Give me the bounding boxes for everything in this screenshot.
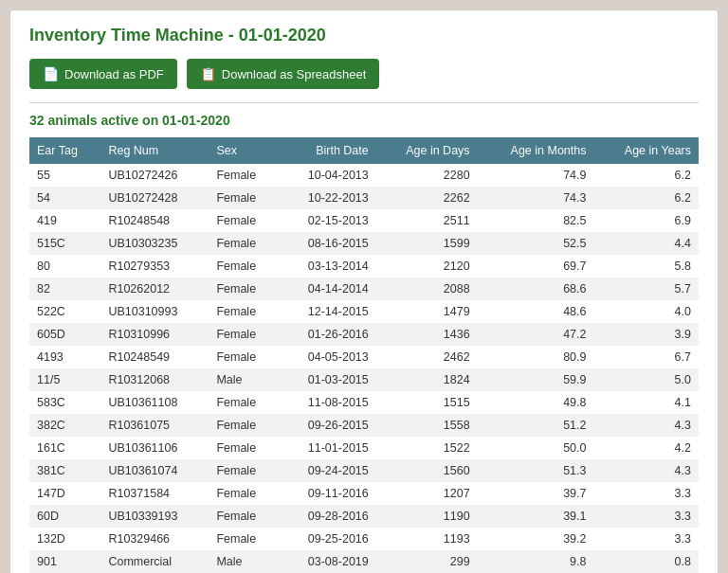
inventory-table: Ear Tag Reg Num Sex Birth Date Age in Da… [29, 137, 699, 573]
table-cell: 2088 [376, 278, 478, 300]
table-cell: 5.0 [594, 368, 700, 391]
table-cell: 1824 [376, 368, 478, 391]
pdf-button-label: Download as PDF [64, 67, 164, 81]
table-cell: 1479 [376, 300, 478, 323]
table-cell: 03-13-2014 [279, 255, 375, 278]
table-cell: 1522 [376, 437, 478, 459]
col-reg-num: Reg Num [100, 137, 209, 164]
table-cell: 50.0 [478, 437, 594, 459]
table-cell: 0.8 [594, 550, 700, 573]
table-cell: UB10361106 [100, 437, 209, 459]
table-cell: 80.9 [478, 346, 594, 368]
table-cell: 6.2 [594, 187, 700, 209]
table-cell: 4.2 [594, 437, 700, 459]
table-cell: 51.3 [478, 459, 594, 482]
table-cell: 04-14-2014 [279, 278, 375, 300]
table-row: 82R10262012Female04-14-2014208868.65.7 [29, 278, 699, 300]
table-cell: Female [209, 391, 279, 414]
table-cell: R10310996 [100, 323, 209, 346]
table-cell: 299 [376, 550, 478, 573]
table-cell: 48.6 [478, 300, 594, 323]
table-cell: 3.9 [594, 323, 700, 346]
summary-text: 32 animals active on 01-01-2020 [29, 113, 699, 128]
pdf-icon: 📄 [43, 66, 59, 81]
table-cell: 03-08-2019 [279, 550, 375, 573]
table-row: 161CUB10361106Female11-01-2015152250.04.… [29, 437, 699, 459]
table-cell: R10248549 [100, 346, 209, 368]
table-cell: 2280 [376, 164, 478, 187]
table-cell: 68.6 [478, 278, 594, 300]
table-cell: 09-26-2015 [279, 414, 375, 437]
table-cell: R10248548 [100, 209, 209, 232]
col-age-months: Age in Months [478, 137, 594, 164]
table-cell: Female [209, 209, 279, 232]
table-cell: 09-11-2016 [279, 482, 375, 505]
table-row: 4193R10248549Female04-05-2013246280.96.7 [29, 346, 699, 368]
table-cell: 4.3 [594, 414, 700, 437]
table-cell: 59.9 [478, 368, 594, 391]
table-cell: 74.9 [478, 164, 594, 187]
table-cell: Female [209, 437, 279, 459]
table-row: 419R10248548Female02-15-2013251182.56.9 [29, 209, 699, 232]
table-cell: R10279353 [100, 255, 209, 278]
table-cell: 1190 [376, 505, 478, 528]
table-cell: 6.2 [594, 164, 700, 187]
table-cell: Female [209, 323, 279, 346]
table-cell: 10-22-2013 [279, 187, 375, 209]
table-cell: 11-08-2015 [279, 391, 375, 414]
table-cell: 5.7 [594, 278, 700, 300]
table-cell: 82.5 [478, 209, 594, 232]
table-cell: 1207 [376, 482, 478, 505]
table-cell: 49.8 [478, 391, 594, 414]
table-cell: 6.7 [594, 346, 700, 368]
download-pdf-button[interactable]: 📄 Download as PDF [29, 59, 177, 89]
table-row: 605DR10310996Female01-26-2016143647.23.9 [29, 323, 699, 346]
table-cell: 55 [29, 164, 100, 187]
table-cell: 4.3 [594, 459, 700, 482]
col-sex: Sex [209, 137, 279, 164]
table-cell: 4.1 [594, 391, 700, 414]
spreadsheet-icon: 📋 [200, 66, 216, 81]
table-cell: R10262012 [100, 278, 209, 300]
table-cell: UB10272428 [100, 187, 209, 209]
table-cell: Female [209, 346, 279, 368]
table-cell: R10361075 [100, 414, 209, 437]
table-row: 11/5R10312068Male01-03-2015182459.95.0 [29, 368, 699, 391]
table-cell: 1436 [376, 323, 478, 346]
table-cell: 161C [29, 437, 100, 459]
table-cell: 4.4 [594, 232, 700, 255]
table-cell: UB10339193 [100, 505, 209, 528]
col-birth-date: Birth Date [279, 137, 375, 164]
table-cell: 4193 [29, 346, 100, 368]
table-cell: 3.3 [594, 482, 700, 505]
table-cell: 381C [29, 459, 100, 482]
table-cell: 4.0 [594, 300, 700, 323]
download-spreadsheet-button[interactable]: 📋 Download as Spreadsheet [187, 59, 380, 89]
table-cell: 09-28-2016 [279, 505, 375, 528]
table-cell: 2511 [376, 209, 478, 232]
table-cell: 382C [29, 414, 100, 437]
col-ear-tag: Ear Tag [29, 137, 100, 164]
table-cell: Male [209, 550, 279, 573]
table-cell: Female [209, 278, 279, 300]
table-cell: 12-14-2015 [279, 300, 375, 323]
table-cell: 80 [29, 255, 100, 278]
table-cell: 1558 [376, 414, 478, 437]
table-row: 522CUB10310993Female12-14-2015147948.64.… [29, 300, 699, 323]
table-cell: 3.3 [594, 528, 700, 550]
table-cell: Commercial [100, 550, 209, 573]
table-cell: Female [209, 505, 279, 528]
table-cell: Female [209, 255, 279, 278]
table-cell: Female [209, 528, 279, 550]
table-cell: R10329466 [100, 528, 209, 550]
table-cell: 1193 [376, 528, 478, 550]
table-cell: 11-01-2015 [279, 437, 375, 459]
table-cell: UB10361074 [100, 459, 209, 482]
table-row: 147DR10371584Female09-11-2016120739.73.3 [29, 482, 699, 505]
table-cell: 74.3 [478, 187, 594, 209]
table-cell: 522C [29, 300, 100, 323]
col-age-days: Age in Days [376, 137, 478, 164]
table-cell: 47.2 [478, 323, 594, 346]
table-cell: 5.8 [594, 255, 700, 278]
table-cell: R10312068 [100, 368, 209, 391]
